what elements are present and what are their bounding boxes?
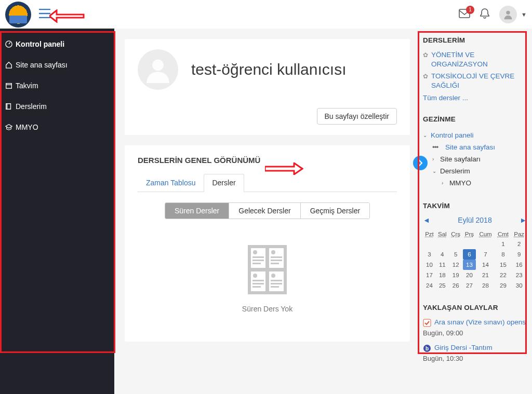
event-item[interactable]: b Giriş Dersi -Tantım bbox=[423, 343, 527, 352]
cal-day-cell[interactable]: 3 bbox=[423, 249, 436, 260]
cal-day-cell[interactable]: 27 bbox=[463, 280, 476, 291]
nav-mycourses[interactable]: ⌄Derslerim bbox=[423, 165, 527, 177]
cal-day-header: Sal bbox=[436, 229, 449, 239]
cal-day-cell[interactable]: 28 bbox=[476, 280, 495, 291]
cal-day-cell[interactable]: 10 bbox=[423, 260, 436, 270]
course-link-item[interactable]: ✿ YÖNETİM VE ORGANİZASYON bbox=[423, 50, 527, 69]
cal-prev-icon[interactable]: ◄ bbox=[423, 216, 430, 224]
nav-mmyo[interactable]: ›MMYO bbox=[423, 177, 527, 189]
user-avatar[interactable] bbox=[499, 6, 517, 23]
cal-day-cell[interactable]: 17 bbox=[423, 270, 436, 280]
annotation-arrow bbox=[265, 162, 303, 177]
cal-day-cell[interactable]: 11 bbox=[436, 260, 449, 270]
tab-timeline[interactable]: Zaman Tablosu bbox=[138, 174, 204, 192]
cal-day-cell[interactable]: 12 bbox=[449, 260, 463, 270]
cal-day-cell[interactable]: 25 bbox=[436, 280, 449, 291]
cal-day-cell[interactable]: 5 bbox=[449, 249, 463, 260]
notifications-icon[interactable] bbox=[480, 8, 490, 21]
calendar-icon bbox=[5, 82, 12, 89]
svg-text:b: b bbox=[425, 346, 429, 351]
cal-day-cell[interactable]: 21 bbox=[476, 270, 495, 280]
cal-day-cell[interactable]: 4 bbox=[436, 249, 449, 260]
cal-day-cell[interactable]: 22 bbox=[495, 270, 512, 280]
cal-day-cell[interactable]: 6 bbox=[463, 249, 476, 260]
cal-day-cell[interactable]: 8 bbox=[495, 249, 512, 260]
sidebar-label: Derslerim bbox=[16, 102, 47, 111]
site-logo[interactable] bbox=[5, 2, 31, 28]
all-courses-link[interactable]: Tüm dersler ... bbox=[423, 94, 468, 102]
cal-day-cell[interactable]: 23 bbox=[511, 270, 527, 280]
customize-page-button[interactable]: Bu sayfayı özelleştir bbox=[317, 108, 397, 125]
cal-day-header: Çrş bbox=[449, 229, 463, 239]
block-title: DERSLERİM bbox=[423, 36, 527, 44]
course-link-label[interactable]: TOKSİKOLOJİ VE ÇEVRE SAĞLIĞI bbox=[431, 72, 527, 90]
menu-toggle-icon[interactable] bbox=[39, 8, 50, 21]
cal-day-cell[interactable]: 14 bbox=[476, 260, 495, 270]
sidebar-item-mycourses[interactable]: Derslerim bbox=[0, 96, 114, 117]
cal-day-cell[interactable]: 19 bbox=[449, 270, 463, 280]
sidebar-label: Takvim bbox=[16, 81, 38, 90]
cal-day-cell[interactable]: 15 bbox=[495, 260, 512, 270]
empty-courses-illustration bbox=[248, 245, 287, 294]
sidebar-item-home[interactable]: Site ana sayfası bbox=[0, 55, 114, 75]
right-drawer-toggle[interactable] bbox=[413, 156, 428, 170]
svg-rect-25 bbox=[271, 286, 279, 288]
user-menu-caret-icon[interactable]: ▼ bbox=[521, 11, 527, 18]
block-navigation: GEZİNME ⌄Kontrol paneli ••• Site ana say… bbox=[423, 115, 527, 189]
cal-day-cell[interactable]: 18 bbox=[436, 270, 449, 280]
event-item[interactable]: Ara sınav (Vize sınavı) opens bbox=[423, 318, 527, 327]
nav-dashboard[interactable]: ⌄Kontrol paneli bbox=[423, 129, 527, 141]
svg-point-10 bbox=[253, 250, 257, 254]
home-icon bbox=[5, 61, 12, 69]
svg-point-1 bbox=[506, 10, 510, 14]
cal-day-cell[interactable]: 29 bbox=[495, 280, 512, 291]
bigbluebutton-icon: b bbox=[423, 344, 431, 352]
course-link-item[interactable]: ✿ TOKSİKOLOJİ VE ÇEVRE SAĞLIĞI bbox=[423, 72, 527, 90]
profile-avatar bbox=[138, 49, 178, 90]
sidebar-item-mmyo[interactable]: MMYO bbox=[0, 117, 114, 138]
sidebar-item-calendar[interactable]: Takvim bbox=[0, 75, 114, 96]
gauge-icon bbox=[5, 40, 12, 48]
calendar-grid: PztSalÇrşPrşCumCmtPaz 123456789101112131… bbox=[423, 229, 527, 291]
svg-point-18 bbox=[253, 274, 257, 278]
course-link-label[interactable]: YÖNETİM VE ORGANİZASYON bbox=[431, 50, 527, 69]
event-time: Bugün, 10:30 bbox=[423, 355, 527, 362]
filter-future[interactable]: Gelecek Dersler bbox=[229, 203, 300, 219]
nav-home[interactable]: ••• Site ana sayfası bbox=[423, 141, 527, 153]
event-link[interactable]: Giriş Dersi -Tantım bbox=[434, 343, 493, 352]
cal-month-link[interactable]: Eylül 2018 bbox=[458, 216, 491, 224]
sidebar-label: Kontrol paneli bbox=[16, 40, 64, 48]
filter-inprogress[interactable]: Süren Dersler bbox=[165, 203, 229, 219]
svg-rect-3 bbox=[6, 84, 12, 89]
filter-past[interactable]: Geçmiş Dersler bbox=[301, 203, 369, 219]
page-title: test-öğrenci kullanıcısı bbox=[191, 61, 346, 78]
cal-day-cell[interactable]: 20 bbox=[463, 270, 476, 280]
cal-day-cell[interactable]: 24 bbox=[423, 280, 436, 291]
gear-icon: ✿ bbox=[423, 73, 428, 80]
tab-courses[interactable]: Dersler bbox=[204, 174, 244, 192]
cal-day-header: Cmt bbox=[495, 229, 512, 239]
cal-day-cell[interactable]: 9 bbox=[511, 249, 527, 260]
cal-day-cell[interactable]: 30 bbox=[511, 280, 527, 291]
sidebar-item-dashboard[interactable]: Kontrol paneli bbox=[0, 34, 114, 55]
book-icon bbox=[5, 103, 12, 110]
svg-point-4 bbox=[152, 60, 164, 71]
sidebar: Kontrol paneli Site ana sayfası Takvim D… bbox=[0, 29, 114, 394]
cal-day-cell[interactable]: 2 bbox=[511, 239, 527, 249]
nav-sitepages[interactable]: ›Site sayfaları bbox=[423, 153, 527, 165]
cal-day-header: Prş bbox=[463, 229, 476, 239]
svg-rect-12 bbox=[252, 260, 264, 261]
svg-point-22 bbox=[271, 274, 275, 278]
event-link[interactable]: Ara sınav (Vize sınavı) opens bbox=[434, 318, 526, 327]
sidebar-label: Site ana sayfası bbox=[16, 61, 68, 69]
cal-day-cell[interactable]: 16 bbox=[511, 260, 527, 270]
cal-day-cell[interactable]: 26 bbox=[449, 280, 463, 291]
messages-icon[interactable]: 1 bbox=[459, 9, 470, 20]
gear-icon: ✿ bbox=[423, 51, 428, 59]
profile-card: test-öğrenci kullanıcısı Bu sayfayı özel… bbox=[125, 39, 410, 135]
cal-day-cell[interactable]: 13 bbox=[463, 260, 476, 270]
cal-day-cell[interactable]: 7 bbox=[476, 249, 495, 260]
cal-day-cell bbox=[423, 239, 436, 249]
cal-next-icon[interactable]: ► bbox=[520, 216, 527, 224]
cal-day-cell[interactable]: 1 bbox=[495, 239, 512, 249]
